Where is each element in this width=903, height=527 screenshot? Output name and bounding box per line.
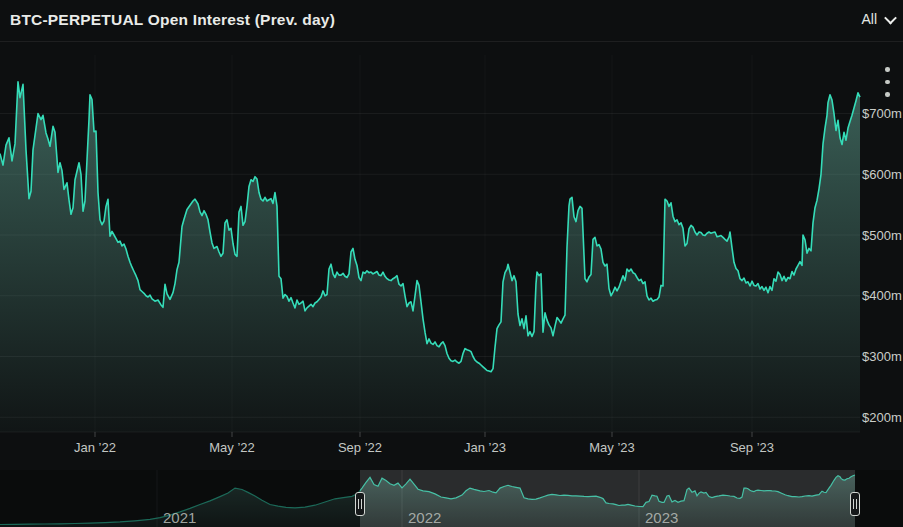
y-axis-label: $200m (862, 410, 902, 425)
x-axis-label: Jan ’23 (464, 440, 506, 455)
navigator-year-label: 2023 (645, 509, 678, 526)
x-axis-label: May ’22 (209, 440, 255, 455)
open-interest-chart-widget: BTC-PERPETUAL Open Interest (Prev. day) … (0, 0, 903, 527)
y-axis-label: $300m (862, 349, 902, 364)
navigator-right-handle[interactable] (850, 492, 860, 516)
x-axis-label: Sep ’23 (730, 440, 774, 455)
x-axis-label: Jan ’22 (74, 440, 116, 455)
x-axis-label: May ’23 (589, 440, 635, 455)
navigator-mask-right[interactable] (855, 470, 903, 527)
x-axis-label: Sep ’22 (338, 440, 382, 455)
y-axis-label: $500m (862, 228, 902, 243)
navigator-year-label: 2021 (163, 509, 196, 526)
navigator-left-handle[interactable] (355, 492, 365, 516)
y-axis-label: $400m (862, 288, 902, 303)
y-axis-label: $700m (862, 106, 902, 121)
y-axis-label: $600m (862, 167, 902, 182)
navigator-year-label: 2022 (408, 509, 441, 526)
main-chart-plot[interactable]: $700m$600m$500m$400m$300m$200mJan ’22May… (0, 0, 903, 527)
